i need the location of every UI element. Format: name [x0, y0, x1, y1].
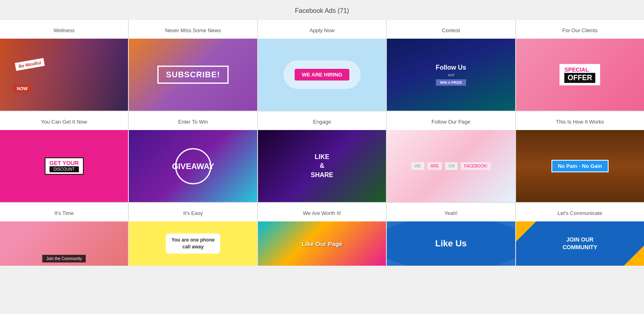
card-title-apply: Apply Now [258, 20, 386, 39]
card-title-time: It's Time [0, 203, 128, 221]
page-count: (71) [338, 7, 349, 14]
card-title-easy: It's Easy [129, 203, 257, 221]
time-label: Join the Community [42, 255, 86, 262]
clients-label1: SPECIAL [564, 66, 595, 73]
card-contest[interactable]: Contest Follow Us and WIN A PRIZE [387, 20, 515, 111]
thumb-follow: WE ARE ON FACEBOOK! [387, 130, 515, 202]
card-worth[interactable]: We Are Worth It! Like Our Page [258, 203, 386, 266]
easy-line2: call away [182, 244, 204, 250]
engage-like: LIKE [315, 153, 329, 160]
cards-grid: Wellness Be Mindful NOW Never Miss Some … [0, 20, 644, 266]
thumb-giveaway: GIVEAWAY [129, 130, 257, 202]
card-subscribe[interactable]: Never Miss Some News SUBSCRIBE! [129, 20, 257, 111]
discount-label2: DISCOUNT [50, 166, 79, 172]
card-title-contest: Contest [387, 20, 515, 39]
card-apply[interactable]: Apply Now WE ARE HIRING [258, 20, 386, 111]
comm-line2: COMMUNITY [563, 244, 597, 250]
card-title-giveaway: Enter To Win [129, 112, 257, 130]
card-basketball[interactable]: This Is How It Works No Pain - No Gain [516, 112, 644, 202]
thumb-subscribe: SUBSCRIBE! [129, 39, 257, 111]
page-title: Facebook Ads [295, 7, 336, 14]
card-title-clients: For Our Clients [516, 20, 644, 39]
contest-label3: WIN A PRIZE [436, 79, 466, 86]
card-time[interactable]: It's Time Join the Community [0, 203, 128, 266]
follow-are: ARE [427, 162, 442, 170]
thumb-wellness: Be Mindful NOW [0, 39, 128, 111]
apply-label: WE ARE HIRING [295, 69, 350, 81]
card-follow[interactable]: Follow Our Page WE ARE ON FACEBOOK! [387, 112, 515, 202]
thumb-community: JOIN OUR COMMUNITY [516, 221, 644, 266]
thumb-easy: You are one phone call away [129, 221, 257, 266]
card-yeah[interactable]: Yeah! Like Us [387, 203, 515, 266]
card-engage[interactable]: Engage LIKE & SHARE [258, 112, 386, 202]
thumb-apply: WE ARE HIRING [258, 39, 386, 111]
card-title-discount: You Can Get It Now [0, 112, 128, 130]
thumb-contest: Follow Us and WIN A PRIZE [387, 39, 515, 111]
clients-offer-box: SPECIAL OFFER [559, 64, 600, 85]
community-label: JOIN OUR COMMUNITY [563, 236, 597, 252]
thumb-yeah: Like Us [387, 221, 515, 266]
easy-line1: You are one phone [171, 237, 215, 243]
card-title-yeah: Yeah! [387, 203, 515, 221]
card-title-follow: Follow Our Page [387, 112, 515, 130]
card-title-worth: We Are Worth It! [258, 203, 386, 221]
page-header: Facebook Ads (71) [0, 0, 644, 20]
giveaway-label: GIVEAWAY [175, 148, 211, 184]
card-giveaway[interactable]: Enter To Win GIVEAWAY [129, 112, 257, 202]
discount-badge: GET YOUR DISCOUNT [45, 157, 84, 175]
basketball-label: No Pain - No Gain [551, 160, 609, 172]
contest-label1: Follow Us [436, 64, 466, 72]
card-title-community: Let's Communicate [516, 203, 644, 221]
card-discount[interactable]: You Can Get It Now GET YOUR DISCOUNT [0, 112, 128, 202]
wellness-badge1: Be Mindful [15, 58, 45, 71]
worth-label: Like Our Page [302, 240, 343, 247]
thumb-worth: Like Our Page [258, 221, 386, 266]
card-title-engage: Engage [258, 112, 386, 130]
thumb-engage: LIKE & SHARE [258, 130, 386, 202]
card-title-wellness: Wellness [0, 20, 128, 39]
engage-share: SHARE [311, 171, 333, 178]
grid-main: Wellness Be Mindful NOW Never Miss Some … [0, 20, 644, 266]
follow-on: ON [445, 162, 458, 170]
subscribe-label: SUBSCRIBE! [157, 66, 228, 84]
card-clients[interactable]: For Our Clients SPECIAL OFFER [516, 20, 644, 111]
clients-label2: OFFER [564, 73, 595, 83]
engage-amp: & [320, 162, 324, 169]
yeah-label: Like Us [435, 238, 466, 249]
wellness-badge2: NOW [13, 85, 32, 93]
comm-line1: JOIN OUR [566, 236, 594, 243]
card-title-basketball: This Is How It Works [516, 112, 644, 130]
follow-we: WE [411, 162, 424, 170]
card-title-subscribe: Never Miss Some News [129, 20, 257, 39]
thumb-clients: SPECIAL OFFER [516, 39, 644, 111]
card-community[interactable]: Let's Communicate JOIN OUR COMMUNITY [516, 203, 644, 266]
thumb-time: Join the Community [0, 221, 128, 266]
card-easy[interactable]: It's Easy You are one phone call away [129, 203, 257, 266]
engage-label: LIKE & SHARE [311, 153, 333, 180]
follow-fb: FACEBOOK! [461, 162, 491, 170]
easy-label: You are one phone call away [166, 233, 220, 254]
thumb-basketball: No Pain - No Gain [516, 130, 644, 202]
contest-label2: and [436, 73, 466, 77]
card-wellness[interactable]: Wellness Be Mindful NOW [0, 20, 128, 111]
discount-label1: GET YOUR [50, 160, 79, 166]
thumb-discount: GET YOUR DISCOUNT [0, 130, 128, 202]
